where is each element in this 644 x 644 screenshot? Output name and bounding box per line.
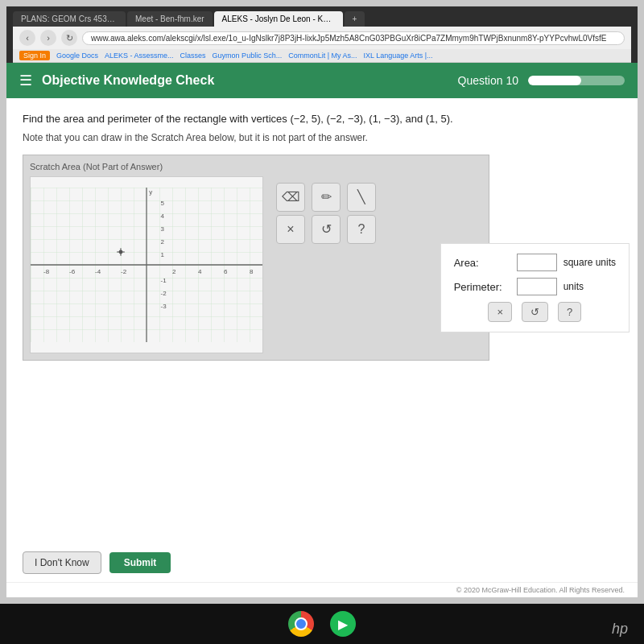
tools-row-2: × ↺ ?: [276, 215, 376, 244]
close-tool-button[interactable]: ×: [276, 215, 305, 244]
svg-text:y: y: [149, 188, 152, 196]
ans-close-button[interactable]: ×: [488, 302, 512, 322]
area-unit: square units: [564, 257, 616, 268]
bookmark-guymon[interactable]: Guymon Public Sch...: [213, 52, 283, 60]
bookmark-signin[interactable]: Sign In: [19, 51, 50, 60]
svg-text:-2: -2: [161, 290, 167, 297]
aleks-container: ☰ Objective Knowledge Check Question 10 …: [6, 63, 638, 597]
undo-icon: ↺: [321, 221, 332, 237]
forward-button[interactable]: ›: [40, 30, 56, 46]
footer-text: © 2020 McGraw-Hill Education. All Rights…: [456, 586, 625, 594]
hp-logo: hp: [612, 621, 628, 638]
ans-undo-button[interactable]: ↺: [522, 302, 548, 322]
scratch-label: Scratch Area (Not Part of Answer): [30, 162, 482, 171]
svg-text:5: 5: [161, 200, 165, 207]
area-input[interactable]: [517, 254, 557, 271]
area-row: Area: square units: [454, 254, 616, 271]
question-text: Find the area and perimeter of the recta…: [23, 111, 621, 127]
area-label: Area:: [454, 257, 510, 269]
help-icon: ?: [358, 222, 365, 237]
content-area: Find the area and perimeter of the recta…: [6, 98, 638, 543]
aleks-header: ☰ Objective Knowledge Check Question 10: [6, 63, 638, 98]
svg-text:-1: -1: [161, 277, 167, 284]
svg-text:-2: -2: [121, 268, 127, 275]
svg-text:4: 4: [161, 213, 165, 220]
pencil-icon: ✏: [321, 189, 332, 204]
coordinate-grid: 5 4 3 2 1 -1 -2 -3 -8 -6: [31, 177, 262, 353]
bookmark-googledocs[interactable]: Google Docs: [56, 52, 98, 60]
svg-text:1: 1: [161, 251, 165, 258]
eraser-icon: ⌫: [282, 189, 300, 204]
submit-button[interactable]: Submit: [109, 552, 171, 573]
pencil-button[interactable]: ✏: [312, 183, 341, 212]
bookmarks-bar: Sign In Google Docs ALEKS - Assessme... …: [13, 49, 631, 63]
svg-text:2: 2: [161, 238, 165, 246]
browser-chrome: PLANS: GEOM Crs 4530 Sec302... Meet - Be…: [6, 6, 638, 63]
help-tool-button[interactable]: ?: [347, 215, 376, 244]
undo-tool-button[interactable]: ↺: [312, 215, 341, 244]
svg-text:-4: -4: [95, 268, 101, 275]
progress-bar: [528, 76, 625, 85]
chrome-taskbar-icon[interactable]: [288, 611, 314, 637]
progress-bar-fill: [528, 76, 581, 85]
tab-new[interactable]: +: [345, 11, 365, 27]
svg-text:6: 6: [224, 268, 228, 275]
answer-buttons: × ↺ ?: [454, 302, 616, 322]
action-bar: I Don't Know Submit: [6, 543, 638, 582]
bookmark-commonlit[interactable]: CommonLit | My As...: [288, 52, 357, 60]
ans-help-button[interactable]: ?: [558, 302, 581, 322]
scratch-area: Scratch Area (Not Part of Answer): [23, 155, 489, 361]
aleks-footer: © 2020 McGraw-Hill Education. All Rights…: [6, 582, 638, 597]
drawing-tools: ⌫ ✏ ╲ ×: [270, 176, 382, 353]
hamburger-menu[interactable]: ☰: [19, 72, 32, 89]
play-taskbar-icon[interactable]: ▶: [330, 611, 356, 637]
scratch-content: 5 4 3 2 1 -1 -2 -3 -8 -6: [30, 176, 482, 353]
perimeter-label: Perimeter:: [454, 281, 510, 293]
bookmark-classes[interactable]: Classes: [180, 52, 206, 60]
svg-text:-3: -3: [161, 303, 167, 310]
tab-aleks[interactable]: ALEKS - Joslyn De Leon - Knowl...: [214, 11, 343, 27]
line-icon: ╲: [357, 189, 365, 204]
note-text: Note that you can draw in the Scratch Ar…: [23, 132, 621, 143]
perimeter-row: Perimeter: units: [454, 278, 616, 295]
line-button[interactable]: ╲: [347, 183, 376, 212]
svg-text:-8: -8: [43, 268, 50, 275]
svg-text:-6: -6: [69, 268, 76, 275]
dont-know-button[interactable]: I Don't Know: [23, 551, 101, 574]
svg-text:3: 3: [161, 225, 165, 233]
tab-meet[interactable]: Meet - Ben-fhm.ker: [127, 11, 213, 27]
tabs-bar: PLANS: GEOM Crs 4530 Sec302... Meet - Be…: [13, 11, 631, 27]
close-icon: ×: [287, 222, 294, 237]
tab-plans[interactable]: PLANS: GEOM Crs 4530 Sec302...: [13, 11, 126, 27]
svg-text:8: 8: [250, 268, 254, 275]
tools-row-1: ⌫ ✏ ╲: [276, 183, 376, 212]
taskbar: ▶ hp: [0, 604, 644, 644]
perimeter-input[interactable]: [517, 278, 557, 295]
graph-area[interactable]: 5 4 3 2 1 -1 -2 -3 -8 -6: [30, 176, 263, 353]
bookmark-aleks[interactable]: ALEKS - Assessme...: [105, 52, 174, 60]
svg-text:2: 2: [172, 268, 176, 275]
address-bar-row: ‹ › ↻: [13, 27, 631, 49]
answer-panel: Area: square units Perimeter: units × ↺ …: [440, 243, 630, 332]
back-button[interactable]: ‹: [19, 30, 35, 46]
perimeter-unit: units: [564, 281, 584, 292]
eraser-button[interactable]: ⌫: [276, 183, 305, 212]
address-input[interactable]: [82, 31, 625, 45]
bookmark-ixl[interactable]: IXL Language Arts |...: [364, 52, 433, 60]
header-title: Objective Knowledge Check: [42, 73, 458, 88]
question-label: Question 10: [458, 74, 519, 87]
reload-button[interactable]: ↻: [61, 30, 77, 46]
svg-text:4: 4: [198, 268, 202, 275]
